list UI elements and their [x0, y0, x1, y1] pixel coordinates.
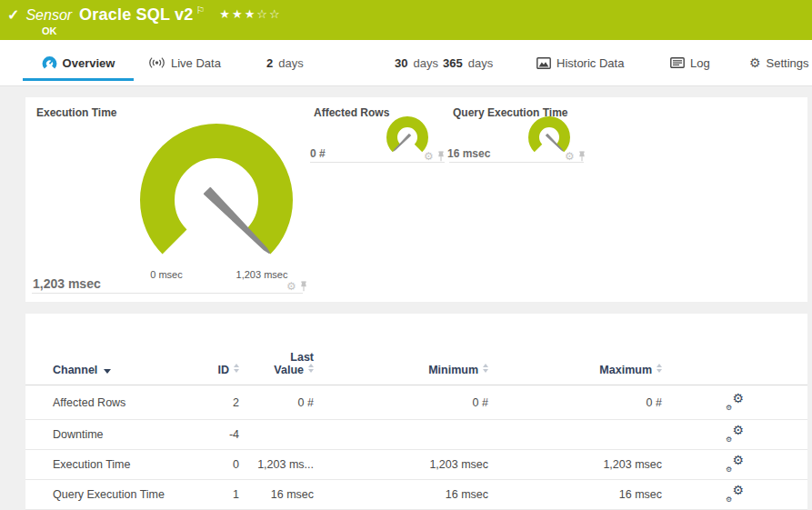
gauges-panel: Execution Time 0 msec 1,203 msec 1,203 m…	[25, 97, 807, 302]
gauge-actions: ⚙	[565, 151, 586, 162]
tab-settings-label: Settings	[767, 56, 809, 70]
gauge-title-affected-rows: Affected Rows	[314, 106, 389, 119]
sort-caret-down-icon	[104, 369, 111, 374]
divider	[32, 293, 303, 294]
query-execution-time-value: 16 msec	[447, 147, 490, 160]
tab-2-days[interactable]: 2 days	[266, 40, 304, 85]
channel-name[interactable]: Downtime	[25, 428, 171, 441]
table-row: Execution Time 0 1,203 ms... 1,203 msec …	[25, 450, 807, 480]
tab-log[interactable]: Log	[670, 40, 710, 85]
pin-icon[interactable]	[299, 281, 308, 292]
channel-last-value: 16 msec	[239, 488, 314, 501]
channel-minimum: 0 #	[314, 396, 488, 409]
tab-2-days-label: days	[278, 56, 303, 70]
tab-2-days-number: 2	[266, 56, 273, 70]
gauge-scale-max: 1,203 msec	[230, 269, 294, 280]
gauge-gear-icon[interactable]: ⚙	[286, 281, 296, 292]
channel-settings-gears-icon[interactable]: ⚙⚙	[726, 394, 744, 409]
column-header-maximum[interactable]: Maximum	[488, 364, 662, 376]
affected-rows-gauge	[386, 116, 428, 158]
channel-name[interactable]: Query Execution Time	[25, 488, 171, 501]
channel-id: 2	[171, 396, 239, 409]
channel-maximum: 0 #	[488, 396, 662, 409]
affected-rows-value: 0 #	[310, 147, 326, 160]
table-row: Affected Rows 2 0 # 0 # 0 # ⚙⚙	[25, 385, 807, 420]
table-row: Downtime -4 ⚙⚙	[25, 420, 807, 450]
column-header-last-value[interactable]: Last Value	[239, 351, 314, 376]
execution-time-gauge	[139, 123, 294, 277]
tab-30-days[interactable]: 30 days	[395, 40, 438, 85]
gauge-gear-icon[interactable]: ⚙	[424, 151, 434, 162]
channel-id: -4	[171, 428, 239, 441]
tab-settings[interactable]: ⚙ Settings	[749, 40, 809, 85]
divider	[449, 162, 584, 163]
channel-id: 0	[171, 458, 239, 471]
tab-overview[interactable]: Overview	[23, 40, 134, 85]
channel-maximum: 16 msec	[488, 488, 662, 501]
tab-historic-data-label: Historic Data	[556, 56, 624, 70]
flag-icon[interactable]: ⚐	[195, 5, 205, 16]
tab-bar: Overview Live Data 2 days 30 days 365 da…	[0, 40, 812, 86]
channel-name[interactable]: Affected Rows	[25, 396, 171, 409]
tab-overview-label: Overview	[63, 56, 115, 70]
channel-minimum: 16 msec	[314, 488, 488, 501]
object-kind-label: Sensor	[25, 7, 72, 24]
priority-stars[interactable]: ★★★☆☆	[219, 7, 281, 21]
ok-check-icon: ✓	[7, 6, 19, 24]
gauge-gear-icon[interactable]: ⚙	[565, 151, 575, 162]
divider	[310, 162, 445, 163]
column-header-minimum[interactable]: Minimum	[314, 364, 488, 376]
tab-live-data-label: Live Data	[171, 56, 221, 70]
gauge-actions: ⚙	[424, 151, 446, 162]
log-list-icon	[670, 57, 685, 68]
settings-gear-icon: ⚙	[749, 55, 761, 70]
channel-maximum: 1,203 msec	[488, 458, 662, 471]
channel-settings-gears-icon[interactable]: ⚙⚙	[726, 425, 744, 441]
channel-table-panel: Channel ID Last Value Minimum Maximum Af…	[25, 314, 807, 510]
tab-365-days-label: days	[468, 56, 493, 70]
sort-arrows-icon	[657, 364, 662, 373]
gauge-title-execution-time: Execution Time	[36, 106, 116, 119]
column-header-channel[interactable]: Channel	[25, 364, 171, 376]
sensor-title: Oracle SQL v2	[79, 5, 193, 25]
tab-30-days-label: days	[413, 56, 437, 70]
channel-name[interactable]: Execution Time	[25, 458, 171, 471]
channel-last-value: 0 #	[239, 396, 314, 409]
channel-minimum: 1,203 msec	[314, 458, 488, 471]
table-row: Query Execution Time 1 16 msec 16 msec 1…	[25, 480, 807, 510]
live-broadcast-icon	[148, 56, 165, 69]
pin-icon[interactable]	[577, 151, 586, 162]
tab-365-days[interactable]: 365 days	[443, 40, 493, 85]
gauge-icon	[42, 55, 57, 71]
execution-time-value: 1,203 msec	[33, 276, 101, 291]
gauge-actions: ⚙	[286, 281, 308, 292]
gauge-scale-min: 0 msec	[135, 269, 198, 280]
channel-id: 1	[171, 488, 239, 501]
tab-30-days-number: 30	[395, 56, 407, 70]
status-badge: OK	[42, 25, 57, 36]
pin-icon[interactable]	[436, 151, 446, 162]
column-header-id[interactable]: ID	[171, 364, 239, 376]
tab-log-label: Log	[690, 56, 710, 70]
table-header-row: Channel ID Last Value Minimum Maximum	[25, 314, 807, 385]
channel-settings-gears-icon[interactable]: ⚙⚙	[726, 455, 744, 471]
sensor-header: ✓ Sensor Oracle SQL v2 ⚐ ★★★☆☆ OK	[0, 0, 812, 40]
channel-settings-gears-icon[interactable]: ⚙⚙	[726, 485, 744, 501]
tab-historic-data[interactable]: Historic Data	[536, 40, 624, 85]
tab-live-data[interactable]: Live Data	[148, 40, 221, 85]
tab-365-days-number: 365	[443, 56, 463, 70]
chart-icon	[536, 57, 551, 69]
channel-last-value: 1,203 ms...	[239, 458, 314, 471]
